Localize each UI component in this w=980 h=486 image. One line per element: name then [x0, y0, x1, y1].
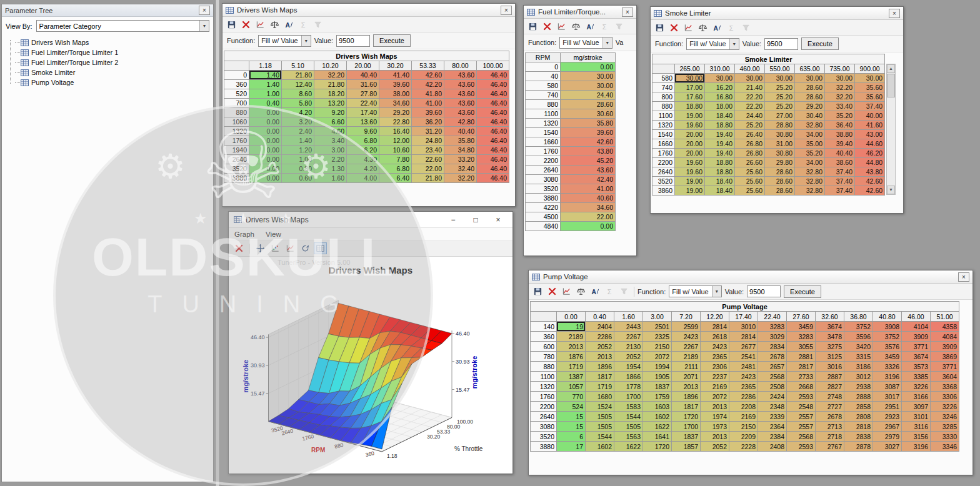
map-cell[interactable]: 3909 — [902, 332, 931, 342]
map-cell[interactable]: 4.60 — [314, 127, 347, 136]
map-cell[interactable]: 2150 — [729, 422, 758, 432]
row-header[interactable]: 2640 — [652, 167, 675, 177]
data-table-icon[interactable] — [314, 242, 327, 254]
map-cell[interactable]: 2923 — [873, 412, 902, 422]
window-title-bar[interactable]: Drivers Wish Maps × — [222, 4, 515, 17]
map-cell[interactable]: 30.00 — [855, 74, 885, 83]
map-cell[interactable]: 2228 — [729, 442, 758, 452]
map-cell[interactable]: 19 — [557, 322, 586, 332]
map-cell[interactable]: 1994 — [643, 362, 672, 372]
map-cell[interactable]: 2052 — [614, 352, 643, 362]
row-header[interactable]: 3520 — [526, 184, 561, 194]
map-cell[interactable]: 4.00 — [347, 174, 379, 183]
map-cell[interactable]: 3125 — [816, 352, 844, 362]
row-header[interactable]: 1760 — [531, 392, 557, 402]
stats-icon[interactable]: Σ — [603, 285, 616, 297]
map-cell[interactable]: 36.40 — [825, 121, 855, 130]
surface-plot[interactable]: 15.4715.4730.9330.9346.4046.403520264017… — [229, 278, 514, 473]
row-header[interactable]: 700 — [224, 99, 249, 108]
row-header[interactable]: 2640 — [531, 412, 557, 422]
map-cell[interactable]: 2888 — [844, 392, 873, 402]
map-cell[interactable]: 2013 — [701, 432, 729, 442]
row-header[interactable]: 140 — [531, 322, 557, 332]
map-cell[interactable]: 2169 — [701, 382, 729, 392]
stats-icon[interactable]: Σ — [598, 21, 611, 32]
column-header[interactable]: mg/stroke — [561, 53, 616, 62]
map-cell[interactable]: 1857 — [672, 442, 701, 452]
row-header[interactable]: 800 — [652, 92, 675, 102]
map-cell[interactable]: 17.00 — [675, 83, 705, 92]
column-header[interactable]: 1.60 — [614, 312, 643, 322]
map-cell[interactable]: 1700 — [614, 392, 643, 402]
column-header[interactable]: 0.40 — [586, 312, 614, 322]
map-cell[interactable]: 3283 — [758, 322, 787, 332]
map-cell[interactable]: 1837 — [672, 432, 701, 442]
map-cell[interactable]: 3029 — [758, 332, 787, 342]
map-cell[interactable]: 22.60 — [412, 155, 444, 164]
map-cell[interactable]: 2808 — [844, 412, 873, 422]
map-cell[interactable]: 1837 — [643, 382, 672, 392]
map-cell[interactable]: 46.40 — [477, 89, 509, 99]
map-cell[interactable]: 2423 — [729, 372, 758, 382]
font-size-icon[interactable]: A — [589, 285, 602, 297]
map-cell[interactable]: 22.20 — [735, 102, 765, 111]
map-cell[interactable]: 25.20 — [765, 102, 795, 111]
map-cell[interactable]: 0.00 — [249, 155, 282, 164]
function-select[interactable]: Fill w/ Value▾ — [669, 285, 721, 297]
map-cell[interactable]: 3326 — [873, 362, 902, 372]
row-header[interactable]: 2200 — [531, 402, 557, 412]
map-cell[interactable]: 0.00 — [249, 146, 282, 155]
row-header[interactable]: 1320 — [652, 121, 675, 130]
execute-button[interactable]: Execute — [373, 34, 411, 47]
map-cell[interactable]: 2408 — [758, 442, 787, 452]
map-cell[interactable]: 40.40 — [825, 149, 855, 158]
map-cell[interactable]: 3306 — [931, 392, 959, 402]
pan-icon[interactable] — [254, 242, 267, 254]
map-cell[interactable]: 2237 — [701, 372, 729, 382]
map-cell[interactable]: 1680 — [586, 392, 614, 402]
map-cell[interactable]: 2365 — [701, 352, 729, 362]
map-cell[interactable]: 26.40 — [735, 130, 765, 139]
map-cell[interactable]: 43.00 — [855, 130, 885, 139]
map-cell[interactable]: 2593 — [787, 392, 816, 402]
map-cell[interactable]: 28.60 — [765, 186, 795, 196]
map-cell[interactable]: 3315 — [844, 352, 873, 362]
map-cell[interactable]: 22.00 — [561, 212, 616, 222]
map-cell[interactable]: 1759 — [643, 392, 672, 402]
map-cell[interactable]: 18.80 — [705, 167, 735, 177]
filter-icon[interactable] — [612, 21, 626, 32]
map-cell[interactable]: 40.40 — [347, 71, 379, 80]
map-cell[interactable]: 1720 — [672, 412, 701, 422]
map-cell[interactable]: 2111 — [672, 362, 701, 372]
map-cell[interactable]: 2443 — [614, 322, 643, 332]
map-cell[interactable]: 3368 — [931, 382, 959, 392]
map-cell[interactable]: 2557 — [787, 412, 816, 422]
map-cell[interactable]: 2130 — [614, 342, 643, 352]
column-header[interactable]: 17.40 — [729, 312, 758, 322]
map-cell[interactable]: 9.20 — [314, 108, 347, 117]
map-cell[interactable]: 2881 — [787, 352, 816, 362]
map-cell[interactable]: 32.20 — [825, 92, 855, 102]
row-header[interactable]: 3860 — [652, 186, 675, 196]
map-cell[interactable]: 6.60 — [314, 117, 347, 127]
map-cell[interactable]: 2951 — [873, 402, 902, 412]
map-cell[interactable]: 2657 — [758, 362, 787, 372]
map-cell[interactable]: 3771 — [902, 342, 931, 352]
map-cell[interactable]: 1505 — [586, 422, 614, 432]
map-cell[interactable]: 10.60 — [379, 146, 412, 155]
map-cell[interactable]: 6.80 — [347, 136, 379, 146]
map-cell[interactable]: 37.40 — [825, 186, 855, 196]
map-cell[interactable]: 2072 — [643, 352, 672, 362]
map-cell[interactable]: 27.80 — [347, 89, 379, 99]
map-cell[interactable]: 4.30 — [347, 155, 379, 164]
map-cell[interactable]: 3027 — [873, 442, 902, 452]
tree-item-pump-voltage[interactable]: Pump Voltage — [7, 77, 213, 87]
map-cell[interactable]: 2.40 — [282, 127, 314, 136]
map-cell[interactable]: 29.20 — [379, 108, 412, 117]
map-cell[interactable]: 41.80 — [412, 89, 444, 99]
window-title-bar[interactable]: Drivers Wish Maps − □ × — [229, 212, 512, 228]
map-cell[interactable]: 770 — [557, 392, 586, 402]
execute-button[interactable]: Execute — [801, 37, 839, 50]
map-cell[interactable]: 25.60 — [735, 167, 765, 177]
map-cell[interactable]: 32.80 — [795, 121, 825, 130]
